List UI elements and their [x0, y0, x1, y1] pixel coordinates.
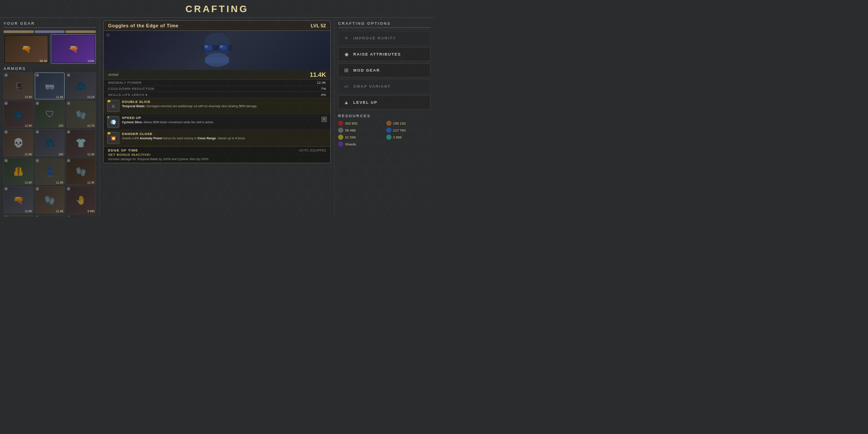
weapon-bar-1 — [3, 30, 34, 33]
armor-gun-img: 🔫 — [4, 187, 33, 213]
mod-gear-icon: ⊞ — [343, 67, 350, 74]
weapon-2-value: 102K — [88, 59, 95, 62]
perk-row-speed-up: I 💨 SPEED UP Cyclone Slice: Allows 50% f… — [104, 114, 330, 130]
resource-shards: Shards — [338, 141, 431, 147]
armor-cloth-value: 13.1K — [87, 95, 95, 99]
armor-goggles-value: 11.4K — [56, 95, 63, 99]
perk-icon-speed-up: I 💨 — [107, 116, 119, 128]
item-type-row: Armor 11.4K — [104, 70, 330, 80]
armor-card-boot[interactable]: 👢 ⊙ 9 196 — [66, 215, 96, 217]
perk-row-danger-close: III 💥 DANGER CLOSE Grants a 6% Anomaly P… — [104, 130, 330, 146]
armor-shoe-badge: ⊙ — [36, 216, 39, 217]
resource-gray: 58 468 — [338, 128, 383, 133]
resource-red-icon — [338, 121, 343, 126]
armor-gloves-img: 🧤 — [66, 101, 95, 128]
right-panel: CRAFTING OPTIONS ✦ IMPROVE RARITY ◆ RAIS… — [334, 18, 434, 217]
set-name: EDGE OF TIME — [108, 148, 138, 152]
perk-tier-3b-badge: III — [107, 132, 111, 135]
perk-speed-up-name: SPEED UP — [122, 116, 319, 120]
mod-gear-label: MOD GEAR — [353, 68, 380, 72]
armor-vest-value: 11.8K — [25, 181, 32, 184]
armor-card-mitts[interactable]: 🧤 ⊙ 12.3K — [66, 158, 96, 185]
armor-card-glov2[interactable]: 🧤 ⊙ 11.4K — [35, 186, 65, 214]
armor-skull-badge: ⊙ — [4, 130, 8, 134]
perk-speed-up-symbol: 💨 — [110, 119, 116, 125]
armor-glov3-badge: ⊙ — [4, 216, 8, 217]
set-count: 0/3 PC. EQUIPPED — [299, 149, 326, 152]
armor-shirt-img: 👕 — [66, 130, 95, 156]
stat-row-anomaly: ANOMALY POWER 12.4K — [104, 80, 330, 86]
armor-card-gun[interactable]: 🔫 ⊙ 11.6K — [3, 186, 33, 214]
armor-card-vest[interactable]: 🦺 ⊙ 11.8K — [3, 158, 33, 185]
resource-orange-icon — [386, 121, 391, 126]
weapon-card-2[interactable]: 🔫 102K — [51, 34, 96, 64]
armor-card-hat[interactable]: 🎩 ⊙ 13.5K — [3, 72, 33, 100]
swap-variant-label: SWAP VARIANT — [353, 84, 391, 89]
resource-gray-value: 58 468 — [345, 128, 355, 132]
perk-danger-close-desc: Grants a 6% Anomaly Power bonus for each… — [122, 136, 327, 140]
resource-blue-icon — [386, 128, 391, 133]
raise-attributes-label: RAISE ATTRIBUTES — [353, 52, 401, 56]
armor-card-cloth[interactable]: 🧥 ⊙ 13.1K — [66, 72, 96, 100]
armor-card-armor2[interactable]: 🛡 ⊙ 12K — [35, 101, 65, 128]
perk-danger-close-name: DANGER CLOSE — [122, 132, 327, 136]
armor-gun-value: 11.6K — [25, 210, 32, 213]
armor-mitts-value: 12.3K — [87, 181, 95, 184]
armor-card-hand[interactable]: 🤚 ⊙ 8 890 — [66, 186, 96, 214]
resource-red: 202 652 — [338, 121, 383, 126]
stat-cooldown-value: 7% — [321, 87, 326, 91]
item-preview: ⊙ — [104, 31, 330, 70]
armor-card-jacket[interactable]: 🧥 ⊙ 12.9K — [3, 101, 33, 128]
craft-option-level-up[interactable]: ▲ LEVEL UP — [338, 95, 431, 109]
armor-card-shirt[interactable]: 👕 ⊙ 12.3K — [66, 129, 96, 157]
armor-card-glov3[interactable]: 🧤 ⊙ 12.8K — [3, 215, 33, 217]
item-stats-area: Armor 11.4K ANOMALY POWER 12.4K COOLDOWN… — [104, 70, 330, 146]
perk-double-slice-desc: Temporal Blade: Damaged enemies are addi… — [122, 104, 327, 108]
stat-row-cooldown: COOLDOWN REDUCTION 7% — [104, 86, 330, 92]
armor-glov2-img: 🧤 — [35, 187, 64, 213]
armor-card-shoe[interactable]: 👟 ⊙ 11.8K — [35, 215, 65, 217]
perk-tier-1-badge: I — [107, 116, 109, 118]
armor-coat-badge: ⊙ — [36, 130, 39, 134]
armor-hat-img: 🎩 — [4, 73, 33, 99]
item-power: 11.4K — [310, 71, 326, 78]
armor-card-pants[interactable]: 👖 ⊙ 11.3K — [35, 158, 65, 185]
armor-card-gloves[interactable]: 🧤 ⊙ 12.7K — [66, 101, 96, 128]
resource-gray-icon — [338, 128, 343, 133]
armor-card-goggles[interactable]: 🥽 ⊙ 11.4K — [35, 72, 65, 100]
resource-shards-icon — [338, 141, 343, 147]
armor-card-skull[interactable]: 💀 ⊙ 11.9K — [3, 129, 33, 157]
craft-option-improve-rarity[interactable]: ✦ IMPROVE RARITY — [338, 31, 431, 45]
weapon-card-1[interactable]: 🔫 99.4K — [3, 34, 49, 64]
stat-anomaly-label: ANOMALY POWER — [108, 81, 141, 85]
armor-mitts-badge: ⊙ — [67, 159, 70, 162]
perk-row-double-slice: III ⚔ DOUBLE SLICE Temporal Blade: Damag… — [104, 98, 330, 114]
weapon-card-2-img: 🔫 — [52, 36, 95, 62]
weapon-card-1-img: 🔫 — [5, 36, 48, 62]
craft-option-mod-gear[interactable]: ⊞ MOD GEAR — [338, 63, 431, 77]
resources-grid: 202 652 155 133 58 468 117 763 21 549 2 … — [338, 121, 431, 147]
resource-shards-value: Shards — [345, 142, 356, 146]
svg-point-9 — [220, 45, 223, 48]
gear-section-title: YOUR GEAR — [3, 21, 96, 26]
armor-coat-img: 🧥 — [35, 130, 64, 156]
armor-card-coat[interactable]: 🧥 ⊙ 13K — [35, 129, 65, 157]
left-panel: YOUR GEAR 🔫 99.4K 🔫 102K ARMORS — [0, 18, 100, 217]
resource-teal-icon — [386, 135, 391, 140]
perk-add-button[interactable]: + — [322, 117, 327, 122]
center-panel: Goggles of the Edge of Time LVL 52 ⊙ — [100, 18, 334, 217]
armors-section-title: ARMORS — [3, 66, 96, 71]
perk-speed-up-content: SPEED UP Cyclone Slice: Allows 50% faste… — [122, 116, 319, 124]
armor-boot-img: 👢 — [66, 215, 95, 217]
set-inactive-label: SET BONUS INACTIVE! — [108, 153, 326, 157]
resource-yellow-value: 21 549 — [345, 135, 355, 139]
armor-cloth-badge: ⊙ — [67, 73, 70, 77]
resource-yellow: 21 549 — [338, 135, 383, 140]
craft-option-raise-attributes[interactable]: ◆ RAISE ATTRIBUTES — [338, 47, 431, 61]
level-up-label: LEVEL UP — [353, 100, 378, 105]
armor-mitts-img: 🧤 — [66, 158, 95, 185]
item-3d-visual — [195, 33, 239, 68]
stat-leech-value: 4% — [321, 93, 326, 97]
swap-variant-icon: ⇌ — [343, 83, 350, 90]
craft-option-swap-variant[interactable]: ⇌ SWAP VARIANT — [338, 79, 431, 93]
